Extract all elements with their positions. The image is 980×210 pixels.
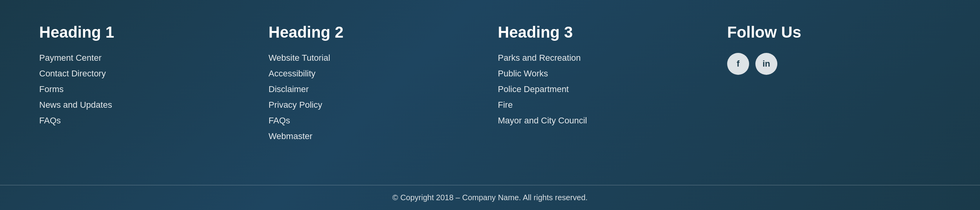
footer-column-3: Heading 3 Parks and Recreation Public Wo… [498, 24, 727, 131]
list-item: News and Updates [39, 100, 253, 110]
list-item: Privacy Policy [269, 100, 482, 110]
footer-column-2: Heading 2 Website Tutorial Accessibility… [269, 24, 498, 147]
forms-link[interactable]: Forms [39, 84, 64, 94]
list-item: FAQs [39, 116, 253, 126]
list-item: Forms [39, 84, 253, 94]
list-item: Payment Center [39, 53, 253, 63]
list-item: Parks and Recreation [498, 53, 711, 63]
heading-1-title: Heading 1 [39, 24, 253, 41]
linkedin-icon[interactable]: in [755, 53, 777, 75]
list-item: Public Works [498, 69, 711, 79]
contact-directory-link[interactable]: Contact Directory [39, 69, 106, 78]
heading-2-list: Website Tutorial Accessibility Disclaime… [269, 53, 482, 141]
list-item: Accessibility [269, 69, 482, 79]
list-item: Webmaster [269, 131, 482, 141]
webmaster-link[interactable]: Webmaster [269, 131, 312, 141]
facebook-icon[interactable]: f [727, 53, 749, 75]
list-item: Fire [498, 100, 711, 110]
follow-us-title: Follow Us [727, 24, 941, 41]
parks-recreation-link[interactable]: Parks and Recreation [498, 53, 581, 63]
list-item: Contact Directory [39, 69, 253, 79]
accessibility-link[interactable]: Accessibility [269, 69, 316, 78]
faqs-link-2[interactable]: FAQs [269, 116, 290, 125]
footer-bottom: © Copyright 2018 – Company Name. All rig… [0, 185, 980, 210]
list-item: FAQs [269, 116, 482, 126]
fire-link[interactable]: Fire [498, 100, 513, 110]
footer-column-4: Follow Us f in [727, 24, 941, 75]
faqs-link-1[interactable]: FAQs [39, 116, 61, 125]
list-item: Website Tutorial [269, 53, 482, 63]
heading-3-title: Heading 3 [498, 24, 711, 41]
news-updates-link[interactable]: News and Updates [39, 100, 112, 110]
list-item: Disclaimer [269, 84, 482, 94]
list-item: Mayor and City Council [498, 116, 711, 126]
list-item: Police Department [498, 84, 711, 94]
website-tutorial-link[interactable]: Website Tutorial [269, 53, 330, 63]
footer-column-1: Heading 1 Payment Center Contact Directo… [39, 24, 269, 131]
footer-main: Heading 1 Payment Center Contact Directo… [0, 0, 980, 185]
public-works-link[interactable]: Public Works [498, 69, 548, 78]
copyright-text: © Copyright 2018 – Company Name. All rig… [392, 193, 588, 202]
heading-1-list: Payment Center Contact Directory Forms N… [39, 53, 253, 126]
heading-3-list: Parks and Recreation Public Works Police… [498, 53, 711, 126]
disclaimer-link[interactable]: Disclaimer [269, 84, 309, 94]
payment-center-link[interactable]: Payment Center [39, 53, 102, 63]
heading-2-title: Heading 2 [269, 24, 482, 41]
privacy-policy-link[interactable]: Privacy Policy [269, 100, 322, 110]
police-department-link[interactable]: Police Department [498, 84, 569, 94]
mayor-city-council-link[interactable]: Mayor and City Council [498, 116, 587, 125]
social-icons-group: f in [727, 53, 941, 75]
